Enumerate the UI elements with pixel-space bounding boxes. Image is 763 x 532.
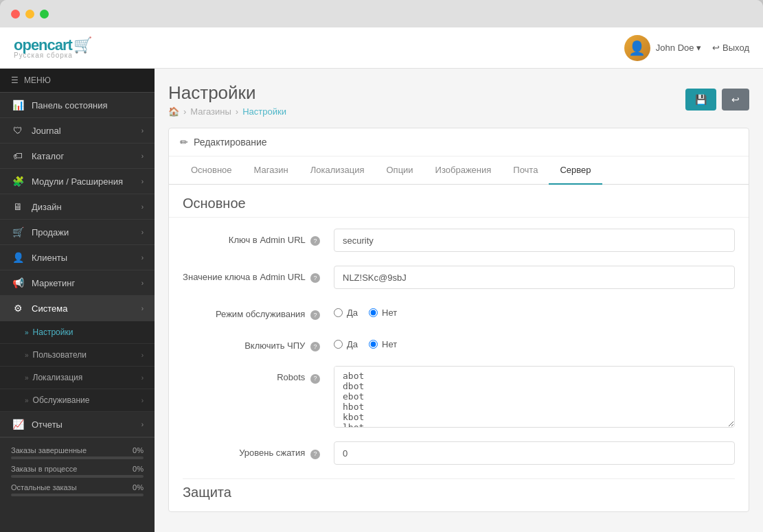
seo-yes-label[interactable]: Да: [334, 339, 358, 349]
sidebar-item-label: Система: [32, 303, 141, 314]
form-group-maintenance: Режим обслуживания ? Да Нет: [183, 303, 735, 321]
marketing-icon: 📢: [11, 277, 25, 288]
content-area: Настройки 🏠 › Магазины › Настройки 💾: [155, 69, 763, 532]
compression-input[interactable]: [334, 441, 735, 465]
progress-completed-label: Заказы завершенные: [11, 446, 87, 454]
sidebar-item-label: Продажи: [32, 227, 141, 238]
sidebar-item-dashboard[interactable]: 📊 Панель состояния: [0, 93, 155, 118]
maximize-dot[interactable]: [40, 10, 49, 19]
sidebar-item-label: Каталог: [32, 151, 141, 161]
sidebar-sub-label: Настройки: [33, 327, 73, 337]
maintenance-no-label[interactable]: Нет: [369, 308, 397, 318]
sub-chevron-icon: »: [25, 351, 29, 359]
sidebar-item-marketing[interactable]: 📢 Маркетинг ›: [0, 270, 155, 296]
info-icon[interactable]: ?: [310, 374, 320, 384]
header-right: 👤 John Doe ▾ ↩ Выход: [624, 35, 749, 61]
sidebar-item-label: Маркетинг: [32, 278, 141, 288]
minimize-dot[interactable]: [25, 10, 34, 19]
progress-bar-bg: [11, 456, 144, 459]
tab-store[interactable]: Магазин: [243, 157, 299, 185]
home-icon: 🏠: [168, 106, 179, 117]
info-icon[interactable]: ?: [310, 236, 320, 246]
maintenance-radio-group: Да Нет: [334, 303, 397, 318]
maintenance-no-radio[interactable]: [369, 308, 378, 317]
admin-key-input[interactable]: [334, 229, 735, 252]
info-icon[interactable]: ?: [310, 273, 320, 283]
progress-label: Остальные заказы 0%: [11, 483, 144, 491]
top-header: opencart 🛒 Русская сборка 👤 John Doe ▾ ↩…: [0, 27, 763, 69]
tab-images[interactable]: Изображения: [424, 157, 503, 185]
seo-radio-group: Да Нет: [334, 334, 397, 349]
save-button[interactable]: 💾: [685, 89, 716, 111]
progress-completed-value: 0%: [133, 446, 144, 454]
sidebar-item-label: Journal: [32, 126, 141, 136]
info-icon[interactable]: ?: [310, 310, 320, 320]
robots-textarea[interactable]: abot dbot ebot hbot kbot lbot: [334, 366, 735, 428]
sidebar-item-system[interactable]: ⚙ Система ›: [0, 296, 155, 321]
info-icon[interactable]: ?: [310, 342, 320, 351]
progress-in-progress: Заказы в процессе 0%: [11, 465, 144, 478]
seo-no-label[interactable]: Нет: [369, 339, 397, 349]
sidebar-sub-item-maintenance[interactable]: » Обслуживание ›: [0, 389, 155, 412]
main-layout: ☰ МЕНЮ 📊 Панель состояния 🛡 Journal › 🏷 …: [0, 69, 763, 532]
sidebar-item-design[interactable]: 🖥 Дизайн ›: [0, 194, 155, 220]
edit-pencil-icon: ✏: [180, 137, 188, 148]
sidebar-item-journal[interactable]: 🛡 Journal ›: [0, 118, 155, 143]
seo-no-radio[interactable]: [369, 340, 378, 349]
system-icon: ⚙: [11, 303, 25, 314]
title-bar: [0, 0, 763, 27]
sidebar-sub-label: Локализация: [33, 373, 83, 382]
admin-key-value-input[interactable]: [334, 266, 735, 289]
close-dot[interactable]: [11, 10, 20, 19]
modules-icon: 🧩: [11, 176, 25, 187]
sales-icon: 🛒: [11, 227, 25, 238]
tab-basic[interactable]: Основное: [180, 157, 243, 185]
chevron-right-icon: ›: [141, 397, 144, 404]
reports-icon: 📈: [11, 419, 25, 430]
tab-localization[interactable]: Локализация: [299, 157, 376, 185]
user-info: 👤 John Doe ▾: [624, 35, 701, 61]
chevron-right-icon: ›: [141, 178, 144, 185]
settings-card: ✏ Редактирование Основное Магазин Локали…: [168, 128, 749, 512]
sidebar-item-reports[interactable]: 📈 Отчеты ›: [0, 412, 155, 437]
tab-options[interactable]: Опции: [375, 157, 424, 185]
tab-mail[interactable]: Почта: [502, 157, 549, 185]
sidebar-sub-item-settings[interactable]: » Настройки: [0, 321, 155, 344]
sidebar-header: ☰ МЕНЮ: [0, 69, 155, 93]
progress-other-label: Остальные заказы: [11, 483, 77, 491]
form-group-seo: Включить ЧПУ ? Да Нет: [183, 334, 735, 352]
sidebar-item-clients[interactable]: 👤 Клиенты ›: [0, 245, 155, 270]
chevron-right-icon: ›: [141, 421, 144, 428]
back-icon: ↩: [731, 94, 740, 105]
back-button[interactable]: ↩: [722, 89, 749, 111]
maintenance-yes-label[interactable]: Да: [334, 308, 358, 318]
menu-icon: ☰: [11, 76, 19, 85]
breadcrumb-separator: ›: [236, 106, 238, 117]
progress-bar-bg: [11, 475, 144, 478]
progress-bar-bg: [11, 494, 144, 496]
tab-server[interactable]: Сервер: [549, 157, 602, 185]
breadcrumb-current[interactable]: Настройки: [242, 106, 286, 117]
tabs: Основное Магазин Локализация Опции Изобр: [169, 157, 749, 185]
sidebar-sub-item-users[interactable]: » Пользователи ›: [0, 344, 155, 367]
sub-chevron-icon: »: [25, 329, 29, 336]
maintenance-label: Режим обслуживания ?: [183, 303, 334, 321]
sub-chevron-icon: »: [25, 397, 29, 404]
maintenance-yes-radio[interactable]: [334, 308, 343, 317]
sidebar-item-catalog[interactable]: 🏷 Каталог ›: [0, 143, 155, 169]
compression-label: Уровень сжатия ?: [183, 441, 334, 459]
form-group-robots: Robots ? abot dbot ebot hbot kbot lbot: [183, 366, 735, 428]
sidebar-sub-label: Пользователи: [33, 350, 87, 360]
sidebar-item-sales[interactable]: 🛒 Продажи ›: [0, 220, 155, 245]
card-header-title: Редактирование: [194, 137, 267, 148]
sidebar-item-modules[interactable]: 🧩 Модули / Расширения ›: [0, 169, 155, 194]
breadcrumb-separator: ›: [183, 106, 186, 117]
form-body: Ключ в Admin URL ? Значение ключа в Admi…: [169, 218, 749, 511]
sidebar-sub-item-localization[interactable]: » Локализация ›: [0, 367, 155, 389]
progress-other-value: 0%: [133, 483, 144, 491]
user-name[interactable]: John Doe ▾: [656, 43, 701, 53]
seo-yes-radio[interactable]: [334, 340, 343, 349]
info-icon[interactable]: ?: [310, 450, 320, 459]
chevron-right-icon: ›: [141, 127, 144, 135]
logout-button[interactable]: ↩ Выход: [712, 43, 749, 53]
